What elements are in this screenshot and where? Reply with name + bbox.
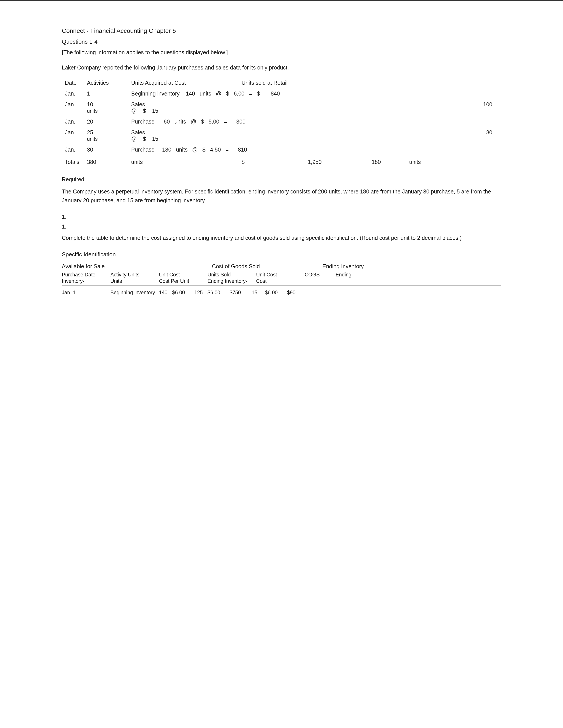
totals-units: 380 [84, 155, 128, 168]
activity-desc-cell: Sales@ $ 15 [128, 99, 238, 116]
page-title: Connect - Financial Accounting Chapter 5 [62, 27, 501, 34]
date-cell: Jan. [62, 116, 84, 127]
col-retail-header: Units sold at Retail [238, 77, 305, 88]
ch-ending: Ending [336, 272, 362, 278]
date-cell: Jan. [62, 88, 84, 99]
date-cell: Jan. [62, 144, 84, 155]
si-ei-cost: $90 [287, 290, 305, 296]
totals-row: Totals 380 units $ 1,950 180 units [62, 155, 501, 168]
ch2-spacer1 [194, 278, 207, 284]
acquired-cell [238, 127, 450, 144]
si-units-sold: 125 [194, 290, 207, 296]
totals-retail [450, 155, 501, 168]
si-activity: Beginning inventory [110, 290, 159, 296]
si-ei-unit-cost: $6.00 [265, 290, 287, 296]
ch2-cost-per-unit: Cost Per Unit [159, 278, 194, 284]
cogs-header: Cost of Goods Sold [212, 263, 322, 270]
table-row: Jan. 30 Purchase 180 units @ $ 4.50 = 81… [62, 144, 501, 155]
table-row: Jan. 1 Beginning inventory 140 units @ $… [62, 88, 501, 99]
retail-cell [450, 144, 501, 155]
si-ei-units: 15 [252, 290, 265, 296]
question-1a: 1. [62, 214, 501, 220]
perpetual-text: The Company uses a perpetual inventory s… [62, 187, 501, 205]
ending-header: Ending Inventory [322, 263, 411, 270]
activity-desc-cell: Purchase 60 units @ $ 5.00 = 300 [128, 116, 450, 127]
ch-units-sold: Units Sold [207, 272, 243, 278]
activity-num-cell: 30 [84, 144, 128, 155]
main-content: Connect - Financial Accounting Chapter 5… [0, 14, 563, 311]
totals-sold: 180 [369, 155, 406, 168]
si-date: Jan. 1 [62, 290, 110, 296]
totals-units-label: units [128, 155, 238, 168]
si-units: 140 [159, 290, 172, 296]
ch2-inventory: Inventory- [62, 278, 110, 284]
intro-text: [The following information applies to th… [62, 49, 501, 56]
top-border [0, 0, 563, 1]
date-cell: Jan. [62, 127, 84, 144]
questions-label: Questions 1-4 [62, 38, 501, 45]
ch2-ei-label: Ending Inventory- [207, 278, 256, 284]
inventory-table: Date Activities Units Acquired at Cost U… [62, 77, 501, 167]
table-row: Jan. 10units Sales@ $ 15 100 [62, 99, 501, 116]
si-cogs: $750 [229, 290, 252, 296]
col-activities-header: Activities [84, 77, 128, 88]
activity-desc-cell: Purchase 180 units @ $ 4.50 = 810 [128, 144, 450, 155]
ch-spacer1 [194, 272, 207, 278]
col-header-row2: Inventory- Units Cost Per Unit Ending In… [62, 278, 501, 286]
retail-cell: 100 [450, 99, 501, 116]
activity-desc-cell: Beginning inventory 140 units @ $ 6.00 =… [128, 88, 450, 99]
si-data-row: Jan. 1 Beginning inventory 140 $6.00 125… [62, 288, 501, 297]
col-date-header: Date [62, 77, 84, 88]
activity-num-cell: 1 [84, 88, 128, 99]
complete-text: Complete the table to determine the cost… [62, 233, 501, 242]
activity-num-cell: 25units [84, 127, 128, 144]
col-header-row1: Purchase Date Activity Units Unit Cost U… [62, 272, 501, 278]
description: Laker Company reported the following Jan… [62, 64, 501, 71]
col-acquired-header: Units Acquired at Cost [128, 77, 238, 88]
totals-label: Totals [62, 155, 84, 168]
totals-sold-label: units [406, 155, 450, 168]
ch-purchase-date: Purchase Date [62, 272, 110, 278]
table-row: Jan. 20 Purchase 60 units @ $ 5.00 = 300 [62, 116, 501, 127]
specific-id-title: Specific Identification [62, 251, 501, 258]
specific-id-section: Specific Identification Available for Sa… [62, 251, 501, 297]
totals-spacer [354, 155, 369, 168]
retail-cell [450, 88, 501, 99]
retail-cell: 80 [450, 127, 501, 144]
ch-spacer2 [243, 272, 256, 278]
ch-unit-cost: Unit Cost [159, 272, 194, 278]
ch2-units: Units [110, 278, 159, 284]
available-header: Available for Sale [62, 263, 212, 270]
table-row: Jan. 25units Sales@ $ 15 80 [62, 127, 501, 144]
date-cell: Jan. [62, 99, 84, 116]
activity-num-cell: 10units [84, 99, 128, 116]
acquired-cell [238, 99, 450, 116]
totals-dollar: $ [238, 155, 305, 168]
ch2-cost: Cost [256, 278, 292, 284]
si-unit-cost2: $6.00 [207, 290, 229, 296]
activity-desc-cell: Sales@ $ 15 [128, 127, 238, 144]
totals-amount: 1,950 [305, 155, 354, 168]
ch-cogs: COGS [305, 272, 336, 278]
ch-unit-cost2: Unit Cost [256, 272, 292, 278]
retail-cell [450, 116, 501, 127]
ch-spacer3 [292, 272, 305, 278]
si-unit-cost: $6.00 [172, 290, 194, 296]
ch-activity-units: Activity Units [110, 272, 159, 278]
required-label: Required: [62, 176, 501, 183]
activity-num-cell: 20 [84, 116, 128, 127]
group-headers: Available for Sale Cost of Goods Sold En… [62, 263, 501, 270]
question-1b: 1. [62, 223, 501, 230]
